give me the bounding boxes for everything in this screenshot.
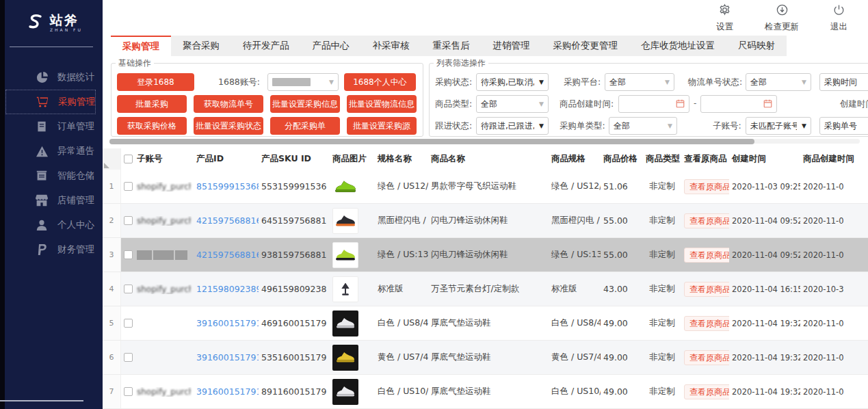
product-name: 厚底气垫运动鞋 — [428, 352, 549, 363]
tab-sales-management[interactable]: 进销管理 — [482, 36, 542, 56]
product-spec: 白色 / US8/41 — [549, 317, 601, 329]
check-update-button[interactable]: 检查更新 — [765, 3, 799, 33]
product-id-link[interactable]: 421597568816 — [196, 215, 259, 226]
product-id-link[interactable]: 851599915368 — [196, 181, 259, 192]
sidebar-item-label: 智能仓储 — [57, 170, 94, 182]
product-image[interactable] — [332, 379, 358, 405]
sidebar-item-personal-center[interactable]: 个人中心 — [0, 213, 103, 237]
sidebar-item-purchase-management[interactable]: 采购管理 — [5, 90, 96, 114]
sidebar-item-shop-management[interactable]: 店铺管理 — [0, 188, 103, 213]
product-created-time: 2020-11-0 — [800, 250, 868, 260]
spec-name: 黑面橙闪电 / US:1 — [375, 215, 428, 226]
product-created-start-input[interactable] — [618, 95, 689, 113]
purchase-status-select[interactable]: 待采购,已取消,采 ▼ — [476, 73, 549, 91]
follow-status-select[interactable]: 待跟进,已跟进,已 ▼ — [476, 117, 549, 135]
chevron-down-icon: ▼ — [802, 79, 806, 85]
row-checkbox[interactable] — [124, 285, 133, 293]
get-purchase-price-button[interactable]: 获取采购价格 — [117, 117, 187, 135]
row-checkbox[interactable] — [124, 319, 133, 328]
batch-set-purchase-info-button[interactable]: 批量设置采购信息 — [270, 95, 340, 113]
product-image[interactable] — [332, 208, 358, 234]
product-image[interactable] — [332, 174, 358, 200]
tab-products-to-develop[interactable]: 待开发产品 — [231, 36, 301, 56]
sidebar-item-finance-management[interactable]: 财务管理 — [0, 237, 103, 262]
purchase-order-type-select[interactable]: 全部 ▼ — [609, 117, 677, 135]
batch-set-purchase-status-button[interactable]: 批量设置采购状态 — [194, 117, 263, 135]
tab-aggregate-purchase[interactable]: 聚合采购 — [171, 36, 231, 56]
assign-purchase-order-button[interactable]: 分配采购单 — [270, 117, 340, 135]
brand: 站斧 ZHAN FU — [0, 0, 103, 33]
batch-purchase-button[interactable]: 批量采购 — [117, 95, 187, 113]
logout-button[interactable]: 退出 — [830, 3, 847, 33]
calendar-icon — [676, 98, 685, 111]
view-original-product-button[interactable]: 查看原商品 — [684, 316, 729, 331]
tab-purchase-management[interactable]: 采购管理 — [111, 36, 171, 56]
product-image[interactable] — [332, 345, 358, 371]
view-original-product-button[interactable]: 查看原商品 — [684, 350, 729, 365]
horizontal-scrollbar[interactable] — [109, 139, 860, 144]
product-id-link[interactable]: 421597568816 — [196, 250, 259, 260]
settings-button[interactable]: 设置 — [716, 3, 733, 33]
sidebar-item-exception-notice[interactable]: 异常通告 — [0, 139, 103, 163]
chevron-down-icon: ▼ — [539, 122, 544, 129]
table-row[interactable]: 2 shopify_purchase2 421597568816 6451597… — [103, 204, 868, 238]
logistics-no-status-select[interactable]: 全部 ▼ — [746, 73, 811, 91]
row-number: 5 — [103, 306, 121, 340]
sidebar-item-order-management[interactable]: 订单管理 — [0, 114, 103, 139]
product-created-time: 2020-11-0 — [800, 353, 868, 362]
product-type-select[interactable]: 全部 ▼ — [476, 95, 549, 113]
row-checkbox[interactable] — [124, 353, 133, 362]
tab-repurchase-review[interactable]: 补采审核 — [361, 36, 421, 56]
purchase-table: 子账号 产品ID 产品SKU ID 商品图片 规格名称 商品名称 商品规格 商品… — [103, 148, 868, 409]
product-id-link[interactable]: 391600151791 — [196, 318, 259, 328]
table-row[interactable]: 7 shopify_purchase2 391600151791 8911600… — [103, 375, 868, 409]
purchase-platform-select[interactable]: 全部 ▼ — [605, 73, 674, 91]
view-original-product-button[interactable]: 查看原商品 — [684, 179, 729, 194]
table-row-selected[interactable]: 3 421597568816 938159756881710 绿色 / US:1… — [103, 238, 868, 272]
account-1688-select[interactable]: ▼ — [267, 73, 339, 91]
view-original-product-button[interactable]: 查看原商品 — [684, 213, 729, 228]
sidebar-item-data-stats[interactable]: 数据统计 — [0, 65, 103, 90]
login-1688-button[interactable]: 登录1688 — [117, 73, 194, 91]
time-type-select[interactable]: 采购时间 ▼ — [819, 73, 868, 91]
product-name: 厚底气垫运动鞋 — [428, 386, 549, 397]
product-id-link[interactable]: 391600151791 — [196, 352, 259, 362]
tab-product-center[interactable]: 产品中心 — [301, 36, 361, 56]
batch-set-purchase-source-button[interactable]: 批量设置采购源 — [347, 117, 417, 135]
product-image[interactable] — [332, 276, 358, 302]
table-row[interactable]: 6 391600151791 535160015179110 黄色 / US7/… — [103, 341, 868, 375]
row-checkbox[interactable] — [124, 216, 133, 225]
tab-repurchase-aftersale[interactable]: 重采售后 — [421, 36, 482, 56]
product-id-link[interactable]: 391600151791 — [196, 386, 259, 397]
product-id-link[interactable]: 121598092389 — [196, 284, 259, 294]
product-image[interactable] — [332, 311, 358, 337]
table-row[interactable]: 5 391600151791 469160015179110 白色 / US8/… — [103, 306, 868, 341]
row-checkbox[interactable] — [124, 387, 133, 396]
tab-price-change-management[interactable]: 采购价变更管理 — [542, 36, 630, 56]
product-image[interactable] — [332, 242, 358, 268]
table-row[interactable]: 1 shopify_purchase2 851599915368 5531599… — [103, 170, 868, 204]
sidebar-item-smart-warehouse[interactable]: 智能仓储 — [0, 163, 103, 188]
select-all-checkbox[interactable] — [124, 155, 133, 163]
view-original-product-button[interactable]: 查看原商品 — [684, 384, 729, 399]
tab-warehouse-address-settings[interactable]: 仓库收货地址设置 — [629, 36, 726, 56]
row-checkbox[interactable] — [124, 250, 133, 259]
product-created-end-input[interactable] — [700, 95, 777, 113]
view-original-product-button[interactable]: 查看原商品 — [684, 282, 729, 297]
personal-center-1688-button[interactable]: 1688个人中心 — [344, 73, 416, 91]
row-checkbox[interactable] — [124, 182, 133, 191]
sub-account-select[interactable]: 未匹配子账号,shop ▼ — [746, 117, 811, 135]
product-price: 55.00 — [601, 215, 643, 226]
header-spec-name: 规格名称 — [375, 153, 428, 165]
view-original-product-button[interactable]: 查看原商品 — [684, 248, 729, 263]
tab-size-mapping[interactable]: 尺码映射 — [726, 36, 787, 56]
table-row[interactable]: 4 shopify_purchase2 121598092389 4961598… — [103, 272, 868, 306]
sku-id: 496159809238910 — [259, 284, 327, 294]
sku-id: 469160015179110 — [259, 318, 327, 328]
main-area: 设置 检查更新 退出 采购管理 聚合采购 — [103, 0, 868, 409]
get-logistics-no-button[interactable]: 获取物流单号 — [194, 95, 263, 113]
batch-set-logistics-info-button[interactable]: 批量设置物流信息 — [347, 95, 417, 113]
scrollbar-thumb[interactable] — [109, 139, 754, 144]
order-no-type-select[interactable]: 采购单号 ▼ — [819, 117, 868, 135]
sidebar-divider — [10, 47, 93, 47]
